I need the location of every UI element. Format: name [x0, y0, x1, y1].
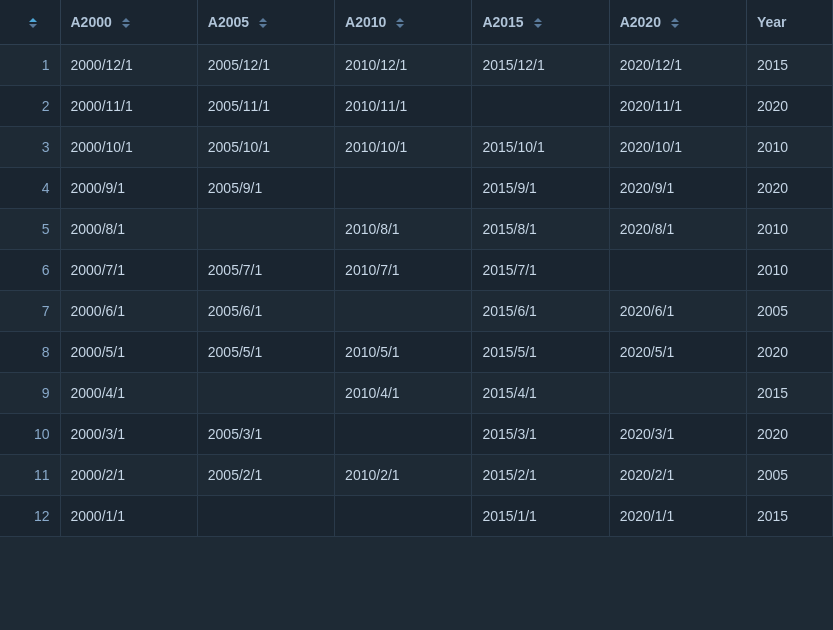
- cell-year: 2005: [746, 455, 832, 496]
- cell-num: 3: [0, 127, 60, 168]
- cell-year: 2010: [746, 250, 832, 291]
- cell-a2020: 2020/5/1: [609, 332, 746, 373]
- cell-a2010: 2010/5/1: [335, 332, 472, 373]
- cell-a2015: 2015/9/1: [472, 168, 609, 209]
- cell-a2015: 2015/6/1: [472, 291, 609, 332]
- cell-a2000: 2000/3/1: [60, 414, 197, 455]
- col-label-year: Year: [757, 14, 787, 30]
- cell-a2005: 2005/5/1: [197, 332, 334, 373]
- cell-year: 2015: [746, 45, 832, 86]
- sort-icon-a2020: [671, 18, 679, 28]
- col-label-a2005: A2005: [208, 14, 249, 30]
- col-header-a2010[interactable]: A2010: [335, 0, 472, 45]
- cell-num: 10: [0, 414, 60, 455]
- table-row: 82000/5/12005/5/12010/5/12015/5/12020/5/…: [0, 332, 833, 373]
- cell-year: 2015: [746, 496, 832, 537]
- cell-a2015: 2015/1/1: [472, 496, 609, 537]
- col-label-a2015: A2015: [482, 14, 523, 30]
- cell-a2010: [335, 168, 472, 209]
- cell-year: 2010: [746, 127, 832, 168]
- cell-a2010: [335, 291, 472, 332]
- cell-a2020: 2020/1/1: [609, 496, 746, 537]
- cell-a2010: [335, 496, 472, 537]
- cell-year: 2020: [746, 86, 832, 127]
- cell-a2005: 2005/6/1: [197, 291, 334, 332]
- cell-num: 2: [0, 86, 60, 127]
- cell-a2010: [335, 414, 472, 455]
- cell-a2020: 2020/6/1: [609, 291, 746, 332]
- cell-a2005: [197, 373, 334, 414]
- col-label-a2010: A2010: [345, 14, 386, 30]
- cell-year: 2020: [746, 414, 832, 455]
- cell-num: 5: [0, 209, 60, 250]
- cell-a2005: [197, 209, 334, 250]
- cell-num: 6: [0, 250, 60, 291]
- cell-a2015: 2015/12/1: [472, 45, 609, 86]
- sort-icon-a2000: [122, 18, 130, 28]
- cell-num: 9: [0, 373, 60, 414]
- cell-a2010: 2010/8/1: [335, 209, 472, 250]
- cell-a2020: 2020/12/1: [609, 45, 746, 86]
- cell-num: 4: [0, 168, 60, 209]
- sort-icon-a2010: [396, 18, 404, 28]
- cell-a2015: 2015/2/1: [472, 455, 609, 496]
- table-row: 22000/11/12005/11/12010/11/12020/11/1202…: [0, 86, 833, 127]
- sort-icon-a2005: [259, 18, 267, 28]
- col-label-a2020: A2020: [620, 14, 661, 30]
- cell-a2010: 2010/7/1: [335, 250, 472, 291]
- table-row: 112000/2/12005/2/12010/2/12015/2/12020/2…: [0, 455, 833, 496]
- cell-a2005: 2005/10/1: [197, 127, 334, 168]
- cell-a2015: 2015/4/1: [472, 373, 609, 414]
- col-header-a2005[interactable]: A2005: [197, 0, 334, 45]
- table-row: 102000/3/12005/3/12015/3/12020/3/12020: [0, 414, 833, 455]
- cell-a2000: 2000/10/1: [60, 127, 197, 168]
- table-row: 52000/8/12010/8/12015/8/12020/8/12010: [0, 209, 833, 250]
- cell-a2015: 2015/8/1: [472, 209, 609, 250]
- data-table: A2000 A2005 A2010: [0, 0, 833, 537]
- cell-a2015: 2015/3/1: [472, 414, 609, 455]
- col-header-year: Year: [746, 0, 832, 45]
- table-row: 62000/7/12005/7/12010/7/12015/7/12010: [0, 250, 833, 291]
- cell-year: 2005: [746, 291, 832, 332]
- table-row: 72000/6/12005/6/12015/6/12020/6/12005: [0, 291, 833, 332]
- cell-year: 2020: [746, 168, 832, 209]
- cell-a2005: 2005/3/1: [197, 414, 334, 455]
- col-label-a2000: A2000: [71, 14, 112, 30]
- cell-a2000: 2000/8/1: [60, 209, 197, 250]
- cell-a2005: 2005/12/1: [197, 45, 334, 86]
- cell-a2000: 2000/11/1: [60, 86, 197, 127]
- cell-a2010: 2010/11/1: [335, 86, 472, 127]
- cell-a2005: 2005/11/1: [197, 86, 334, 127]
- cell-year: 2010: [746, 209, 832, 250]
- table-row: 92000/4/12010/4/12015/4/12015: [0, 373, 833, 414]
- cell-a2000: 2000/6/1: [60, 291, 197, 332]
- cell-a2010: 2010/10/1: [335, 127, 472, 168]
- col-header-rownum[interactable]: [0, 0, 60, 45]
- cell-num: 1: [0, 45, 60, 86]
- table-row: 42000/9/12005/9/12015/9/12020/9/12020: [0, 168, 833, 209]
- cell-year: 2015: [746, 373, 832, 414]
- cell-a2020: 2020/8/1: [609, 209, 746, 250]
- cell-a2020: 2020/11/1: [609, 86, 746, 127]
- cell-a2020: 2020/2/1: [609, 455, 746, 496]
- cell-num: 11: [0, 455, 60, 496]
- cell-num: 8: [0, 332, 60, 373]
- cell-a2005: 2005/2/1: [197, 455, 334, 496]
- cell-a2010: 2010/4/1: [335, 373, 472, 414]
- sort-icon-a2015: [534, 18, 542, 28]
- cell-a2015: 2015/10/1: [472, 127, 609, 168]
- col-header-a2000[interactable]: A2000: [60, 0, 197, 45]
- cell-a2005: [197, 496, 334, 537]
- cell-a2015: 2015/5/1: [472, 332, 609, 373]
- cell-a2000: 2000/7/1: [60, 250, 197, 291]
- col-header-a2015[interactable]: A2015: [472, 0, 609, 45]
- cell-a2020: 2020/10/1: [609, 127, 746, 168]
- col-header-a2020[interactable]: A2020: [609, 0, 746, 45]
- cell-a2015: 2015/7/1: [472, 250, 609, 291]
- table-row: 32000/10/12005/10/12010/10/12015/10/1202…: [0, 127, 833, 168]
- cell-a2010: 2010/2/1: [335, 455, 472, 496]
- cell-a2020: 2020/3/1: [609, 414, 746, 455]
- cell-a2000: 2000/4/1: [60, 373, 197, 414]
- cell-a2020: [609, 250, 746, 291]
- table-row: 12000/12/12005/12/12010/12/12015/12/1202…: [0, 45, 833, 86]
